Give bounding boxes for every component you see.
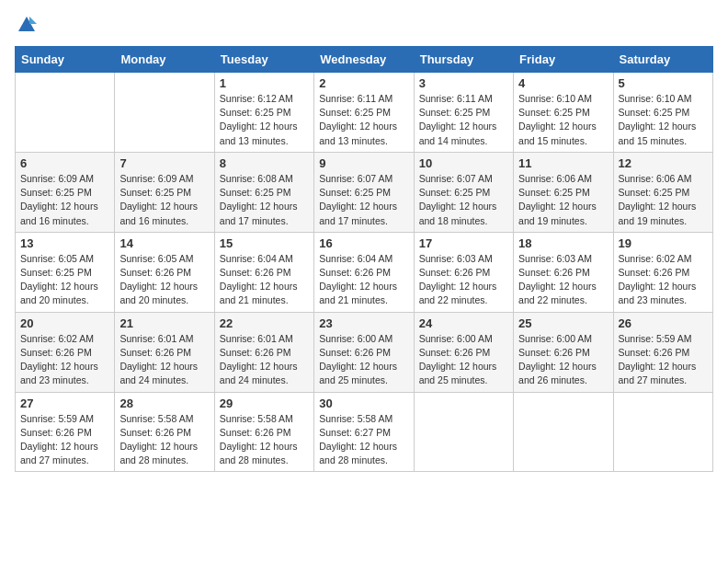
day-of-week-header: Tuesday (214, 47, 313, 73)
day-number: 28 (119, 396, 209, 410)
day-number: 4 (518, 76, 608, 90)
day-info: Sunrise: 6:11 AM Sunset: 6:25 PM Dayligh… (319, 92, 408, 148)
day-info: Sunrise: 6:06 AM Sunset: 6:25 PM Dayligh… (619, 172, 708, 228)
day-number: 5 (619, 76, 708, 90)
day-number: 17 (419, 236, 508, 250)
day-info: Sunrise: 6:12 AM Sunset: 6:25 PM Dayligh… (220, 92, 309, 148)
day-number: 20 (20, 316, 109, 330)
calendar-day-cell: 26Sunrise: 5:59 AM Sunset: 6:26 PM Dayli… (613, 312, 712, 392)
day-number: 23 (319, 316, 408, 330)
calendar-day-cell (414, 392, 513, 472)
day-number: 30 (319, 396, 408, 410)
day-info: Sunrise: 5:58 AM Sunset: 6:26 PM Dayligh… (119, 412, 209, 468)
calendar-table: SundayMondayTuesdayWednesdayThursdayFrid… (15, 46, 713, 472)
day-number: 6 (20, 156, 109, 170)
day-number: 29 (220, 396, 309, 410)
day-info: Sunrise: 6:10 AM Sunset: 6:25 PM Dayligh… (518, 92, 608, 148)
day-info: Sunrise: 6:09 AM Sunset: 6:25 PM Dayligh… (119, 172, 209, 228)
calendar-day-cell: 2Sunrise: 6:11 AM Sunset: 6:25 PM Daylig… (314, 73, 414, 153)
day-info: Sunrise: 6:07 AM Sunset: 6:25 PM Dayligh… (419, 172, 508, 228)
day-number: 2 (319, 76, 408, 90)
day-info: Sunrise: 6:11 AM Sunset: 6:25 PM Dayligh… (419, 92, 508, 148)
day-info: Sunrise: 6:03 AM Sunset: 6:26 PM Dayligh… (518, 252, 608, 308)
calendar-day-cell: 29Sunrise: 5:58 AM Sunset: 6:26 PM Dayli… (214, 392, 313, 472)
day-info: Sunrise: 6:00 AM Sunset: 6:26 PM Dayligh… (319, 332, 408, 388)
calendar-week-row: 1Sunrise: 6:12 AM Sunset: 6:25 PM Daylig… (16, 73, 713, 153)
day-info: Sunrise: 6:00 AM Sunset: 6:26 PM Dayligh… (419, 332, 508, 388)
calendar-day-cell: 20Sunrise: 6:02 AM Sunset: 6:26 PM Dayli… (16, 312, 115, 392)
day-number: 21 (119, 316, 209, 330)
day-number: 10 (419, 156, 508, 170)
logo (15, 15, 37, 35)
day-info: Sunrise: 6:10 AM Sunset: 6:25 PM Dayligh… (619, 92, 708, 148)
day-number: 1 (220, 76, 309, 90)
day-of-week-header: Saturday (613, 47, 712, 73)
calendar-day-cell: 10Sunrise: 6:07 AM Sunset: 6:25 PM Dayli… (414, 152, 513, 232)
day-of-week-header: Thursday (414, 47, 513, 73)
day-info: Sunrise: 5:58 AM Sunset: 6:27 PM Dayligh… (319, 412, 408, 468)
day-number: 22 (220, 316, 309, 330)
day-of-week-header: Monday (115, 47, 214, 73)
day-info: Sunrise: 6:06 AM Sunset: 6:25 PM Dayligh… (518, 172, 608, 228)
calendar-day-cell: 22Sunrise: 6:01 AM Sunset: 6:26 PM Dayli… (214, 312, 313, 392)
calendar-day-cell: 9Sunrise: 6:07 AM Sunset: 6:25 PM Daylig… (314, 152, 414, 232)
calendar-day-cell: 30Sunrise: 5:58 AM Sunset: 6:27 PM Dayli… (314, 392, 414, 472)
calendar-day-cell (115, 73, 214, 153)
calendar-day-cell: 4Sunrise: 6:10 AM Sunset: 6:25 PM Daylig… (514, 73, 613, 153)
calendar-day-cell: 13Sunrise: 6:05 AM Sunset: 6:25 PM Dayli… (16, 232, 115, 312)
day-number: 15 (220, 236, 309, 250)
day-number: 11 (518, 156, 608, 170)
day-number: 13 (20, 236, 109, 250)
calendar-day-cell: 24Sunrise: 6:00 AM Sunset: 6:26 PM Dayli… (414, 312, 513, 392)
day-number: 8 (220, 156, 309, 170)
day-info: Sunrise: 6:02 AM Sunset: 6:26 PM Dayligh… (619, 252, 708, 308)
calendar-day-cell: 17Sunrise: 6:03 AM Sunset: 6:26 PM Dayli… (414, 232, 513, 312)
day-number: 12 (619, 156, 708, 170)
day-info: Sunrise: 6:08 AM Sunset: 6:25 PM Dayligh… (220, 172, 309, 228)
calendar-week-row: 27Sunrise: 5:59 AM Sunset: 6:26 PM Dayli… (16, 392, 713, 472)
calendar-day-cell (16, 73, 115, 153)
day-number: 14 (119, 236, 209, 250)
calendar-day-cell: 18Sunrise: 6:03 AM Sunset: 6:26 PM Dayli… (514, 232, 613, 312)
day-number: 26 (619, 316, 708, 330)
day-number: 7 (119, 156, 209, 170)
calendar-day-cell: 14Sunrise: 6:05 AM Sunset: 6:26 PM Dayli… (115, 232, 214, 312)
calendar-day-cell: 19Sunrise: 6:02 AM Sunset: 6:26 PM Dayli… (613, 232, 712, 312)
calendar-day-cell: 25Sunrise: 6:00 AM Sunset: 6:26 PM Dayli… (514, 312, 613, 392)
day-of-week-header: Sunday (16, 47, 115, 73)
calendar-day-cell: 8Sunrise: 6:08 AM Sunset: 6:25 PM Daylig… (214, 152, 313, 232)
day-number: 25 (518, 316, 608, 330)
calendar-day-cell: 15Sunrise: 6:04 AM Sunset: 6:26 PM Dayli… (214, 232, 313, 312)
day-number: 24 (419, 316, 508, 330)
day-info: Sunrise: 6:04 AM Sunset: 6:26 PM Dayligh… (319, 252, 408, 308)
day-info: Sunrise: 6:09 AM Sunset: 6:25 PM Dayligh… (20, 172, 109, 228)
day-info: Sunrise: 6:01 AM Sunset: 6:26 PM Dayligh… (119, 332, 209, 388)
day-number: 18 (518, 236, 608, 250)
day-number: 3 (419, 76, 508, 90)
calendar-week-row: 6Sunrise: 6:09 AM Sunset: 6:25 PM Daylig… (16, 152, 713, 232)
day-info: Sunrise: 6:04 AM Sunset: 6:26 PM Dayligh… (220, 252, 309, 308)
calendar-day-cell: 12Sunrise: 6:06 AM Sunset: 6:25 PM Dayli… (613, 152, 712, 232)
calendar-day-cell (613, 392, 712, 472)
calendar-day-cell: 28Sunrise: 5:58 AM Sunset: 6:26 PM Dayli… (115, 392, 214, 472)
logo-icon (17, 15, 37, 35)
day-info: Sunrise: 6:05 AM Sunset: 6:26 PM Dayligh… (119, 252, 209, 308)
day-info: Sunrise: 6:01 AM Sunset: 6:26 PM Dayligh… (220, 332, 309, 388)
day-info: Sunrise: 5:59 AM Sunset: 6:26 PM Dayligh… (20, 412, 109, 468)
day-of-week-header: Friday (514, 47, 613, 73)
calendar-header-row: SundayMondayTuesdayWednesdayThursdayFrid… (16, 47, 713, 73)
calendar-day-cell: 16Sunrise: 6:04 AM Sunset: 6:26 PM Dayli… (314, 232, 414, 312)
calendar-week-row: 20Sunrise: 6:02 AM Sunset: 6:26 PM Dayli… (16, 312, 713, 392)
calendar-day-cell: 5Sunrise: 6:10 AM Sunset: 6:25 PM Daylig… (613, 73, 712, 153)
calendar-week-row: 13Sunrise: 6:05 AM Sunset: 6:25 PM Dayli… (16, 232, 713, 312)
calendar-day-cell: 1Sunrise: 6:12 AM Sunset: 6:25 PM Daylig… (214, 73, 313, 153)
svg-marker-1 (29, 17, 37, 24)
day-number: 9 (319, 156, 408, 170)
day-info: Sunrise: 6:03 AM Sunset: 6:26 PM Dayligh… (419, 252, 508, 308)
calendar-day-cell: 27Sunrise: 5:59 AM Sunset: 6:26 PM Dayli… (16, 392, 115, 472)
calendar-day-cell: 6Sunrise: 6:09 AM Sunset: 6:25 PM Daylig… (16, 152, 115, 232)
day-info: Sunrise: 6:05 AM Sunset: 6:25 PM Dayligh… (20, 252, 109, 308)
calendar-day-cell (514, 392, 613, 472)
calendar-day-cell: 3Sunrise: 6:11 AM Sunset: 6:25 PM Daylig… (414, 73, 513, 153)
day-info: Sunrise: 5:59 AM Sunset: 6:26 PM Dayligh… (619, 332, 708, 388)
